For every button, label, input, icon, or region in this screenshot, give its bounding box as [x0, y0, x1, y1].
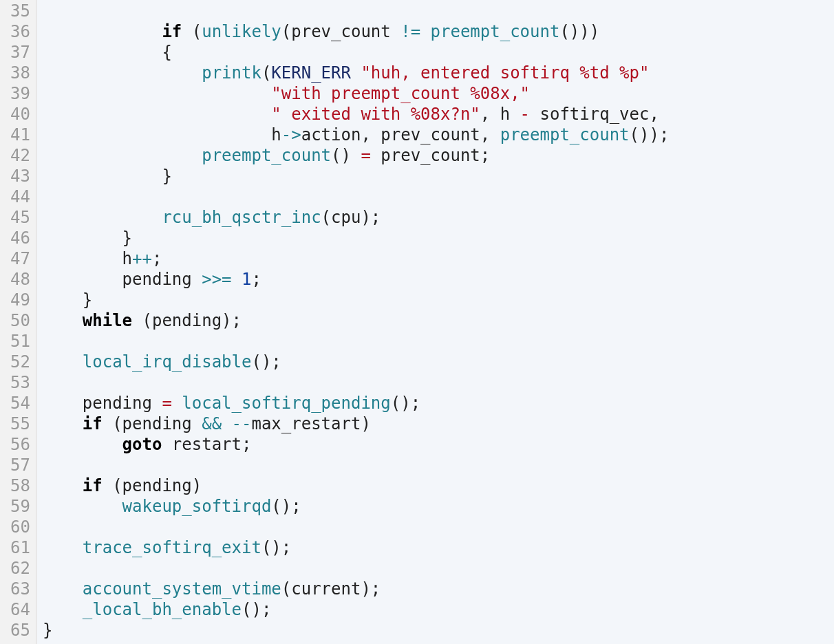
token-str: "huh, entered softirq %td %p" — [361, 63, 649, 83]
code-line: account_system_vtime(current); — [43, 579, 834, 599]
line-number: 63 — [6, 579, 30, 599]
token-punct: ( — [261, 63, 271, 83]
token-kw: if — [162, 22, 182, 41]
token-punct: } — [122, 228, 132, 248]
code-line — [43, 517, 834, 537]
token-kw: if — [83, 414, 103, 433]
code-area[interactable]: if (unlikely(prev_count != preempt_count… — [37, 0, 834, 644]
line-number: 51 — [6, 331, 30, 352]
line-number: 37 — [6, 42, 30, 63]
token-punct — [232, 270, 242, 289]
token-punct: } — [162, 167, 171, 186]
token-op-teal: && — [202, 414, 222, 433]
token-fn: trace_softirq_exit — [83, 538, 261, 557]
code-line — [43, 186, 834, 207]
token-punct: ())) — [559, 22, 599, 41]
token-punct: ( — [103, 414, 122, 433]
token-str: " exited with %08x?n" — [271, 105, 480, 124]
token-var: pending — [152, 311, 222, 330]
code-line: trace_softirq_exit(); — [43, 537, 834, 558]
token-punct: } — [83, 290, 92, 310]
code-line — [43, 1, 834, 21]
token-str: "with preempt_count %08x," — [271, 84, 530, 103]
token-punct: (current); — [281, 579, 381, 599]
token-fn: local_irq_disable — [83, 352, 252, 372]
token-op-teal: != — [400, 22, 420, 41]
token-var: h — [122, 249, 132, 268]
token-op-red: - — [520, 105, 530, 124]
code-line — [43, 372, 834, 393]
token-punct: ( — [132, 311, 152, 330]
line-number: 56 — [6, 434, 30, 455]
token-fn: preempt_count — [202, 146, 331, 165]
code-line: if (unlikely(prev_count != preempt_count… — [43, 21, 834, 42]
code-line: } — [43, 620, 834, 641]
token-var: max_restart — [251, 414, 361, 433]
token-punct: ) — [192, 476, 202, 495]
token-punct — [351, 63, 361, 83]
code-line — [43, 331, 834, 352]
line-number: 62 — [6, 558, 30, 579]
code-line: while (pending); — [43, 310, 834, 331]
token-fn: _local_bh_enable — [83, 600, 242, 619]
line-number: 41 — [6, 125, 30, 145]
line-number: 38 — [6, 63, 30, 83]
token-kw: goto — [122, 435, 162, 454]
token-var: pending — [83, 394, 162, 413]
line-number: 60 — [6, 517, 30, 537]
line-number: 53 — [6, 372, 30, 393]
token-punct: (); — [271, 497, 301, 516]
token-var: pending — [122, 476, 192, 495]
token-kw: while — [83, 311, 132, 330]
token-punct: () — [331, 146, 361, 165]
token-punct: ; — [251, 270, 261, 289]
token-num: 1 — [242, 270, 251, 289]
token-punct: ) — [361, 414, 370, 433]
token-punct: ( — [281, 22, 291, 41]
token-fn: local_softirq_pending — [182, 394, 390, 413]
token-var: pending — [122, 414, 202, 433]
token-op-teal: -> — [281, 125, 301, 144]
code-line: _local_bh_enable(); — [43, 599, 834, 620]
code-line: } — [43, 290, 834, 310]
token-var: prev_count — [291, 22, 400, 41]
token-punct: { — [162, 43, 171, 62]
line-number: 52 — [6, 352, 30, 372]
token-punct: restart; — [162, 435, 251, 454]
code-line: printk(KERN_ERR "huh, entered softirq %t… — [43, 63, 834, 83]
token-punct: softirq_vec, — [530, 105, 659, 124]
code-line: } — [43, 228, 834, 248]
line-number: 42 — [6, 145, 30, 166]
token-var: h — [271, 125, 281, 144]
line-number: 39 — [6, 83, 30, 104]
code-line: h->action, prev_count, preempt_count()); — [43, 125, 834, 145]
token-fn: preempt_count — [500, 125, 630, 144]
line-number: 45 — [6, 207, 30, 228]
token-fn: printk — [202, 63, 261, 83]
line-number: 40 — [6, 104, 30, 125]
token-punct: ); — [222, 311, 242, 330]
line-number: 59 — [6, 496, 30, 517]
line-number: 54 — [6, 393, 30, 414]
code-line: rcu_bh_qsctr_inc(cpu); — [43, 207, 834, 228]
token-punct — [222, 414, 231, 433]
token-op-red: = — [162, 394, 171, 413]
token-punct: } — [43, 621, 52, 640]
token-punct: (); — [251, 352, 281, 372]
line-number: 58 — [6, 475, 30, 496]
code-line: { — [43, 42, 834, 63]
code-line: } — [43, 166, 834, 186]
code-line: if (pending) — [43, 475, 834, 496]
line-number: 35 — [6, 1, 30, 21]
token-fn: wakeup_softirqd — [122, 497, 272, 516]
token-punct: ; — [152, 249, 162, 268]
line-number: 57 — [6, 455, 30, 475]
token-punct: (cpu); — [321, 208, 381, 227]
token-fn: rcu_bh_qsctr_inc — [162, 208, 321, 227]
code-line: preempt_count() = prev_count; — [43, 145, 834, 166]
code-line: pending = local_softirq_pending(); — [43, 393, 834, 414]
token-punct: , h — [480, 105, 520, 124]
line-number: 64 — [6, 599, 30, 620]
token-punct: (); — [242, 600, 271, 619]
code-line: goto restart; — [43, 434, 834, 455]
